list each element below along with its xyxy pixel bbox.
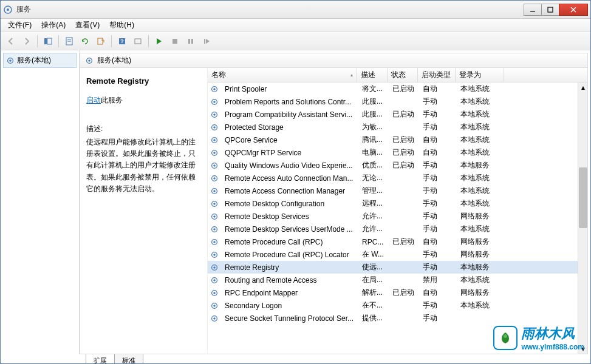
gear-icon [210, 149, 219, 157]
service-row[interactable]: QQPCMgr RTP Service电脑...已启动自动本地系统 [208, 146, 587, 159]
pause-service-button[interactable] [184, 35, 197, 48]
app-icon [3, 5, 13, 15]
svg-point-24 [213, 88, 216, 90]
cell-name: Program Compatibility Assistant Servi... [221, 110, 358, 119]
separator [58, 35, 59, 47]
service-row[interactable]: Program Compatibility Assistant Servi...… [208, 108, 587, 121]
menu-help[interactable]: 帮助(H) [104, 18, 139, 32]
cell-status: 已启动 [389, 109, 419, 120]
svg-point-46 [213, 228, 216, 231]
gear-icon [210, 200, 219, 208]
service-row[interactable]: Routing and Remote Access在局...禁用本地系统 [208, 274, 587, 286]
help-button[interactable]: ? [115, 35, 129, 48]
cell-logon: 网络服务 [457, 288, 505, 298]
cell-desc: RPC... [358, 238, 389, 246]
close-button[interactable] [559, 4, 588, 16]
cell-startup: 自动 [419, 147, 457, 158]
service-row[interactable]: Remote Desktop Services UserMode ...允许..… [208, 223, 587, 235]
service-row[interactable]: Remote Access Connection Manager管理...手动本… [208, 184, 587, 197]
content-title: 服务(本地) [97, 55, 131, 66]
content-header: 服务(本地) [80, 53, 587, 68]
gear-icon [210, 98, 219, 106]
svg-point-36 [213, 164, 216, 167]
service-row[interactable]: Remote Registry使远...手动本地服务 [208, 261, 587, 274]
back-button[interactable] [4, 35, 18, 48]
maximize-button[interactable] [541, 4, 559, 16]
svg-text:?: ? [120, 38, 124, 44]
cell-desc: 在局... [358, 275, 389, 285]
minimize-button[interactable] [524, 4, 542, 16]
svg-point-26 [213, 101, 216, 103]
svg-point-42 [213, 203, 216, 205]
cell-name: Remote Desktop Services UserMode ... [221, 225, 358, 234]
scroll-up-arrow[interactable]: ▴ [578, 83, 587, 92]
service-row[interactable]: Remote Procedure Call (RPC)RPC...已启动自动网络… [208, 235, 587, 248]
detail-pane: Remote Registry 启动此服务 描述: 使远程用户能修改此计算机上的… [80, 68, 208, 354]
cell-startup: 手动 [419, 262, 457, 272]
restart-service-button[interactable] [200, 35, 213, 48]
cell-startup: 禁用 [419, 275, 457, 285]
svg-point-22 [88, 59, 91, 62]
menubar: 文件(F) 操作(A) 查看(V) 帮助(H) [1, 19, 590, 32]
tab-extended[interactable]: 扩展 [86, 354, 115, 364]
vertical-scrollbar[interactable]: ▴ ▾ [578, 83, 587, 354]
cell-logon: 本地系统 [457, 96, 505, 107]
scroll-thumb[interactable] [579, 167, 587, 228]
svg-rect-11 [98, 38, 103, 44]
column-status[interactable]: 状态 [388, 68, 418, 82]
service-row[interactable]: Secondary Logon在不...手动本地系统 [208, 299, 587, 312]
content-body: Remote Registry 启动此服务 描述: 使远程用户能修改此计算机上的… [80, 68, 587, 354]
column-name[interactable]: 名称▴ [208, 68, 357, 82]
separator [37, 35, 38, 47]
show-hide-tree-button[interactable] [41, 35, 55, 48]
gear-icon [210, 225, 219, 234]
forward-button[interactable] [20, 35, 33, 48]
cell-startup: 手动 [419, 249, 457, 260]
service-row[interactable]: Remote Access Auto Connection Man...无论..… [208, 172, 587, 184]
tab-standard[interactable]: 标准 [114, 354, 143, 364]
services-window: 服务 文件(F) 操作(A) 查看(V) 帮助(H) ? [0, 0, 591, 364]
column-startup-type[interactable]: 启动类型 [418, 68, 456, 82]
selected-service-name: Remote Registry [86, 76, 201, 86]
menu-view[interactable]: 查看(V) [70, 18, 104, 32]
service-row[interactable]: RPC Endpoint Mapper解析...已启动自动网络服务 [208, 286, 587, 299]
cell-startup: 手动 [419, 186, 457, 196]
service-row[interactable]: Problem Reports and Solutions Contr...此服… [208, 95, 587, 108]
gear-icon [210, 136, 219, 144]
service-row[interactable]: Remote Procedure Call (RPC) Locator在 W..… [208, 248, 587, 261]
column-logon-as[interactable]: 登录为 [456, 68, 504, 82]
cell-logon: 网络服务 [457, 249, 505, 260]
stop-service-button[interactable] [168, 35, 182, 48]
cell-status: 已启动 [389, 237, 419, 247]
properties-button[interactable] [63, 35, 76, 48]
service-row[interactable]: Remote Desktop Services允许...手动网络服务 [208, 210, 587, 223]
cell-desc: 解析... [358, 288, 389, 298]
service-row[interactable]: Protected Storage为敏...手动本地系统 [208, 121, 587, 133]
column-description[interactable]: 描述 [357, 68, 388, 82]
gear-icon [210, 251, 219, 259]
cell-desc: 在 W... [358, 249, 389, 260]
start-service-button[interactable] [152, 35, 166, 48]
menu-file[interactable]: 文件(F) [3, 18, 36, 32]
tree-item-services-local[interactable]: 服务(本地) [3, 53, 77, 68]
export-button[interactable] [94, 35, 108, 48]
gear-icon [210, 161, 219, 170]
start-service-link[interactable]: 启动 [86, 96, 101, 104]
services-list-body[interactable]: Print Spooler将文...已启动自动本地系统Problem Repor… [208, 83, 587, 354]
refresh-button[interactable] [78, 35, 92, 48]
cell-logon: 本地系统 [457, 275, 505, 285]
svg-point-52 [213, 266, 216, 269]
service-row[interactable]: Secure Socket Tunneling Protocol Ser...提… [208, 312, 587, 325]
scroll-down-arrow[interactable]: ▾ [578, 344, 587, 354]
service-row[interactable]: Print Spooler将文...已启动自动本地系统 [208, 83, 587, 95]
menu-action[interactable]: 操作(A) [36, 18, 70, 32]
service-row[interactable]: Remote Desktop Configuration远程...手动本地系统 [208, 197, 587, 210]
gear-icon [210, 238, 219, 246]
service-row[interactable]: Quality Windows Audio Video Experie...优质… [208, 159, 587, 172]
gear-icon [85, 56, 94, 65]
gear-icon [210, 302, 219, 310]
cell-name: Problem Reports and Solutions Contr... [221, 98, 358, 106]
tool-button[interactable] [131, 35, 145, 48]
service-row[interactable]: QPCore Service腾讯...已启动自动本地系统 [208, 133, 587, 146]
cell-status: 已启动 [389, 135, 419, 145]
